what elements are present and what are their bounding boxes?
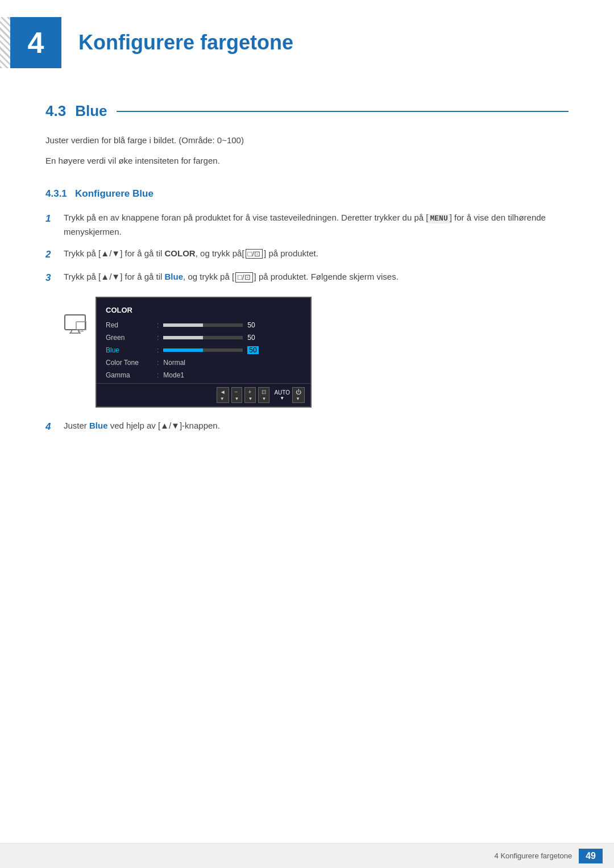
osd-btn-plus: +▼: [244, 387, 256, 403]
subsection-number: 4.3.1: [45, 188, 67, 199]
osd-btn-enter: ⊡▼: [258, 387, 269, 403]
menu-keyword: MENU: [428, 214, 449, 223]
osd-bar-fill-blue: [163, 348, 203, 352]
footer-page-number: 49: [579, 849, 603, 863]
footer-chapter-label: 4 Konfigurere fargetone: [495, 852, 572, 860]
section-number: 4.3: [45, 102, 66, 120]
osd-label-gamma: Gamma: [106, 371, 157, 379]
list-item: 3 Trykk på [▲/▼] for å gå til Blue, og t…: [45, 270, 569, 285]
step-3-text: Trykk på [▲/▼] for å gå til Blue, og try…: [64, 270, 399, 284]
osd-bar-fill-green: [163, 336, 203, 339]
step-number: 3: [45, 270, 59, 285]
step-2-text: Trykk på [▲/▼] for å gå til COLOR, og tr…: [64, 247, 318, 260]
osd-title: COLOR: [106, 306, 301, 314]
step-4-text: Juster Blue ved hjelp av [▲/▼]-knappen.: [64, 419, 220, 433]
step-1-text: Trykk på en av knappene foran på produkt…: [64, 211, 569, 239]
osd-row-gamma: Gamma : Mode1: [106, 371, 301, 379]
section-divider: [117, 111, 569, 112]
osd-value-red: 50: [247, 321, 255, 329]
blue-keyword-2: Blue: [89, 421, 108, 430]
step-number: 2: [45, 247, 59, 262]
osd-row-colortone: Color Tone : Normal: [106, 359, 301, 367]
osd-row-red: Red : 50: [106, 321, 301, 329]
list-item: 4 Juster Blue ved hjelp av [▲/▼]-knappen…: [45, 419, 569, 434]
color-keyword: COLOR: [165, 248, 196, 258]
osd-btn-power: ⏻▼: [292, 387, 305, 403]
osd-bar-red: [163, 323, 243, 327]
osd-label-blue: Blue: [106, 346, 157, 354]
description-line2: En høyere verdi vil øke intensiteten for…: [45, 154, 569, 168]
osd-row-green: Green : 50: [106, 334, 301, 342]
bracket-btn: □/⊡: [235, 272, 252, 283]
osd-btn-minus: −▼: [231, 387, 243, 403]
svg-rect-0: [65, 315, 85, 330]
steps-list: 1 Trykk på en av knappene foran på produ…: [45, 211, 569, 285]
osd-screen: COLOR Red : 50 Green : 50 B: [96, 297, 312, 408]
osd-value-colortone: Normal: [163, 359, 185, 367]
chapter-header: 4 Konfigurere fargetone: [0, 0, 614, 80]
description-line1: Juster verdien for blå farge i bildet. (…: [45, 134, 569, 147]
list-item: 1 Trykk på en av knappene foran på produ…: [45, 211, 569, 239]
osd-btn-left: ◄▼: [217, 387, 229, 403]
subsection-title: Konfigurere Blue: [75, 188, 154, 199]
chapter-stripe: [0, 17, 10, 68]
osd-btn-auto: AUTO▼: [274, 389, 290, 401]
osd-value-blue: 50: [247, 346, 258, 354]
osd-bar-fill-red: [163, 323, 203, 327]
page-content: 4.3 Blue Juster verdien for blå farge i …: [0, 102, 614, 488]
osd-bar-green: [163, 336, 243, 339]
subsection-heading: 4.3.1 Konfigurere Blue: [45, 188, 569, 200]
osd-value-green: 50: [247, 334, 255, 342]
chapter-number: 4: [10, 17, 61, 68]
blue-keyword: Blue: [165, 272, 184, 281]
osd-label-red: Red: [106, 321, 157, 329]
section-heading: 4.3 Blue: [45, 102, 569, 120]
osd-label-green: Green: [106, 334, 157, 342]
section-title: Blue: [75, 102, 107, 120]
osd-label-colortone: Color Tone: [106, 359, 157, 367]
bracket-btn: □/⊡: [246, 249, 263, 259]
monitor-icon: [64, 314, 86, 337]
step-number: 4: [45, 419, 59, 434]
monitor-container: COLOR Red : 50 Green : 50 B: [64, 297, 569, 408]
step-number: 1: [45, 211, 59, 226]
list-item: 2 Trykk på [▲/▼] for å gå til COLOR, og …: [45, 247, 569, 262]
osd-row-blue: Blue : 50: [106, 346, 301, 354]
osd-value-gamma: Mode1: [163, 371, 184, 379]
osd-bar-blue: [163, 348, 243, 352]
osd-toolbar: ◄▼ −▼ +▼ ⊡▼ AUTO▼ ⏻▼: [97, 383, 310, 403]
steps-list-2: 4 Juster Blue ved hjelp av [▲/▼]-knappen…: [45, 419, 569, 434]
chapter-title: Konfigurere fargetone: [78, 31, 293, 55]
page-footer: 4 Konfigurere fargetone 49: [0, 843, 614, 868]
